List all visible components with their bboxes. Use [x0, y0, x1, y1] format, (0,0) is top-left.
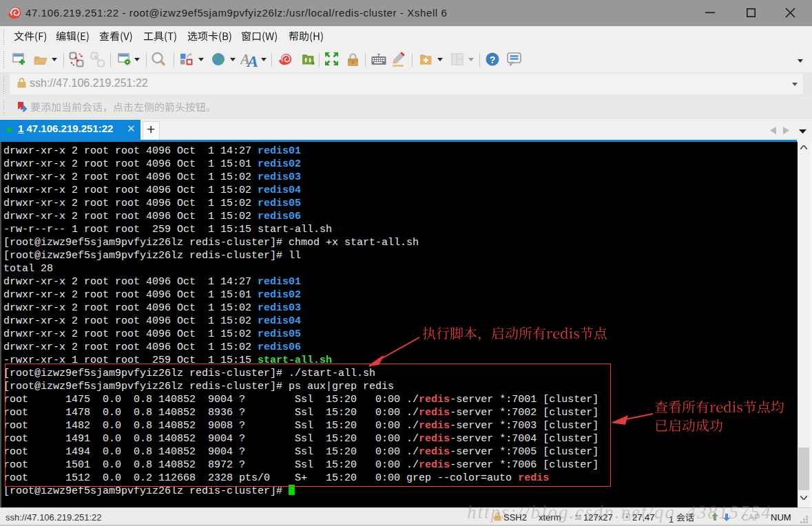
svg-text:A: A — [246, 52, 258, 68]
svg-text:?: ? — [490, 54, 496, 65]
